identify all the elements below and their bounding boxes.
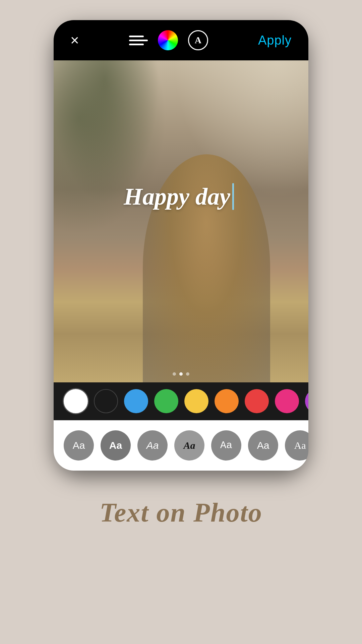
color-swatch-blue[interactable] bbox=[124, 389, 148, 413]
scroll-dot-2 bbox=[179, 372, 183, 376]
color-swatch-magenta[interactable] bbox=[305, 389, 308, 413]
apply-button[interactable]: Apply bbox=[258, 33, 292, 48]
font-swatch-7[interactable]: Aa bbox=[285, 430, 308, 461]
text-content: Happy day bbox=[124, 183, 230, 211]
scroll-dot-3 bbox=[186, 372, 189, 376]
color-swatch-orange[interactable] bbox=[215, 389, 239, 413]
font-swatch-2[interactable]: Aa bbox=[101, 430, 131, 461]
font-style-button[interactable]: A bbox=[188, 30, 208, 50]
text-cursor bbox=[232, 183, 234, 210]
toolbar-center: A bbox=[129, 30, 208, 50]
close-button[interactable]: × bbox=[70, 33, 79, 48]
color-swatch-red[interactable] bbox=[245, 389, 269, 413]
text-overlay[interactable]: Happy day bbox=[124, 183, 234, 211]
color-swatch-green[interactable] bbox=[154, 389, 178, 413]
color-wheel-button[interactable] bbox=[158, 30, 178, 50]
toolbar: × A Apply bbox=[54, 20, 308, 60]
color-swatch-black[interactable] bbox=[94, 389, 118, 413]
font-swatch-6[interactable]: Aa bbox=[248, 430, 278, 461]
color-swatch-pink[interactable] bbox=[275, 389, 299, 413]
scroll-dot-1 bbox=[173, 372, 176, 376]
font-swatch-4[interactable]: Aa bbox=[174, 430, 204, 461]
font-swatch-1[interactable]: Aa bbox=[64, 430, 94, 461]
font-swatch-5[interactable]: Aa bbox=[211, 430, 241, 461]
phone-frame: × A Apply Happy day bbox=[54, 20, 308, 471]
scroll-dots bbox=[173, 372, 189, 376]
align-text-button[interactable] bbox=[129, 36, 148, 45]
color-swatch-yellow[interactable] bbox=[184, 389, 208, 413]
app-title: Text on Photo bbox=[100, 497, 262, 528]
photo-area[interactable]: Happy day bbox=[54, 60, 308, 382]
color-swatch-white[interactable] bbox=[64, 389, 88, 413]
toolbar-left: × bbox=[70, 33, 79, 48]
font-swatch-3[interactable]: Aa bbox=[137, 430, 168, 461]
font-picker-strip: Aa Aa Aa Aa Aa Aa Aa Aa Aa Aa bbox=[54, 420, 308, 471]
color-picker-strip bbox=[54, 382, 308, 420]
